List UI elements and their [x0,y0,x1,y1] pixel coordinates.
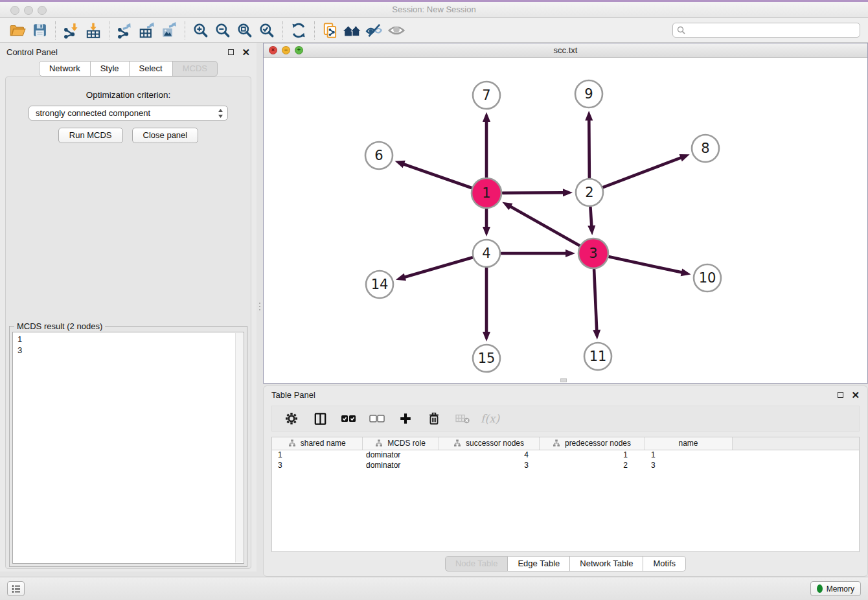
graph-edge-2-9[interactable] [585,111,593,178]
task-history-button[interactable] [7,581,25,596]
graph-edge-3-11[interactable] [593,270,600,340]
graph-edge-2-8[interactable] [604,154,690,187]
svg-text:3: 3 [589,246,597,261]
graph-node-10[interactable]: 10 [694,264,721,292]
svg-text:15: 15 [478,351,496,366]
tab-edge-table[interactable]: Edge Table [508,556,570,571]
tab-motifs[interactable]: Motifs [643,556,686,571]
toolbar-separator [55,21,56,40]
graph-edge-4-3[interactable] [501,249,575,257]
table-cell[interactable]: 1 [272,450,362,460]
graph-edge-1-4[interactable] [483,209,490,237]
memory-button[interactable]: Memory [810,581,861,596]
graph-edge-1-2[interactable] [503,189,573,196]
graph-node-3[interactable]: 3 [578,238,608,268]
zoom-fit-content-icon[interactable] [234,21,256,40]
column-header-predecessor-nodes[interactable]: predecessor nodes [539,437,645,450]
graph-node-11[interactable]: 11 [584,343,611,370]
zoom-in-icon[interactable] [190,21,212,40]
tab-select[interactable]: Select [130,61,173,76]
import-table-icon[interactable] [82,21,104,40]
search-input[interactable] [687,24,860,36]
tab-network[interactable]: Network [39,61,91,76]
graph-node-9[interactable]: 9 [575,80,602,108]
unselect-all-columns-icon[interactable] [367,409,387,428]
graph-edge-4-14[interactable] [396,257,472,281]
tab-network-table[interactable]: Network Table [570,556,643,571]
run-mcds-button[interactable]: Run MCDS [58,128,123,143]
table-cell[interactable]: 1 [645,450,732,460]
zoom-out-icon[interactable] [212,21,234,40]
hide-selected-icon[interactable] [363,21,385,40]
table-row[interactable]: 1dominator411 [272,450,859,460]
table-row[interactable]: 3dominator323 [272,460,859,470]
table-cell[interactable]: 4 [439,450,539,460]
graph-edge-2-3[interactable] [588,207,595,235]
table-cell[interactable]: dominator [362,450,439,460]
float-panel-icon[interactable] [228,49,234,55]
select-all-columns-icon[interactable] [338,409,359,428]
import-network-icon[interactable] [60,21,82,40]
add-column-icon[interactable] [395,409,416,428]
table-cell[interactable]: 3 [272,460,362,470]
table-cell[interactable]: 1 [539,450,645,460]
graph-node-14[interactable]: 14 [366,271,393,298]
result-scrollbar[interactable] [235,333,243,562]
delete-table-icon[interactable] [452,409,473,428]
float-table-panel-icon[interactable] [838,392,843,398]
column-type-icon [453,439,461,447]
network-window-titlebar[interactable]: × − + scc.txt [264,43,867,58]
new-network-from-selection-icon[interactable] [319,21,341,40]
first-neighbors-icon[interactable] [341,21,363,40]
tab-style[interactable]: Style [91,61,130,76]
table-cell[interactable]: 3 [645,460,732,470]
column-type-icon [553,439,560,447]
column-header-successor-nodes[interactable]: successor nodes [439,437,539,450]
export-network-icon[interactable] [114,21,136,40]
titlebar-accent [0,0,868,2]
settings-icon[interactable] [281,409,302,428]
graph-node-1[interactable]: 1 [472,178,501,208]
table-cell[interactable]: dominator [362,460,439,470]
graph-node-7[interactable]: 7 [473,82,500,109]
close-table-panel-icon[interactable]: ✕ [851,392,860,398]
function-builder-icon[interactable]: f(x) [481,412,499,425]
network-scroll-thumb[interactable] [560,378,567,382]
svg-text:10: 10 [699,270,716,286]
toolbar-separator [185,21,185,40]
show-columns-icon[interactable] [310,409,330,428]
search-field[interactable] [672,23,860,38]
table-toolbar: f(x) [271,406,860,432]
graph-node-6[interactable]: 6 [365,142,393,169]
column-header-MCDS-role[interactable]: MCDS role [362,437,439,450]
open-session-icon[interactable] [6,21,29,40]
graph-node-2[interactable]: 2 [576,179,603,206]
export-table-icon[interactable] [136,21,158,40]
graph-edge-3-1[interactable] [502,202,579,246]
column-header-shared-name[interactable]: shared name [272,437,362,450]
show-all-icon[interactable] [385,21,407,40]
graph-edge-1-6[interactable] [395,161,472,188]
column-header-name[interactable]: name [645,437,732,450]
tab-mcds[interactable]: MCDS [173,61,218,76]
panel-split-handle[interactable] [258,298,261,315]
zoom-selected-icon[interactable] [256,21,278,40]
tab-node-table[interactable]: Node Table [445,556,508,571]
close-panel-button[interactable]: Close panel [132,128,199,143]
save-session-icon[interactable] [29,21,51,40]
table-cell[interactable]: 3 [439,460,539,470]
graph-node-4[interactable]: 4 [473,240,500,267]
optimization-criterion-label: Optimization criterion: [6,90,251,100]
delete-columns-icon[interactable] [424,409,444,428]
graph-edge-3-10[interactable] [609,257,691,276]
export-image-icon[interactable] [158,21,180,40]
graph-node-8[interactable]: 8 [692,135,719,162]
graph-edge-4-15[interactable] [483,268,490,341]
optimization-criterion-select[interactable]: strongly connected component [29,106,228,121]
close-panel-icon[interactable]: ✕ [242,49,250,55]
network-canvas[interactable]: 7968124314101511 [264,58,867,383]
graph-node-15[interactable]: 15 [473,345,500,372]
graph-edge-1-7[interactable] [483,112,490,177]
table-cell[interactable]: 2 [539,460,645,470]
apply-layout-icon[interactable] [288,21,310,40]
